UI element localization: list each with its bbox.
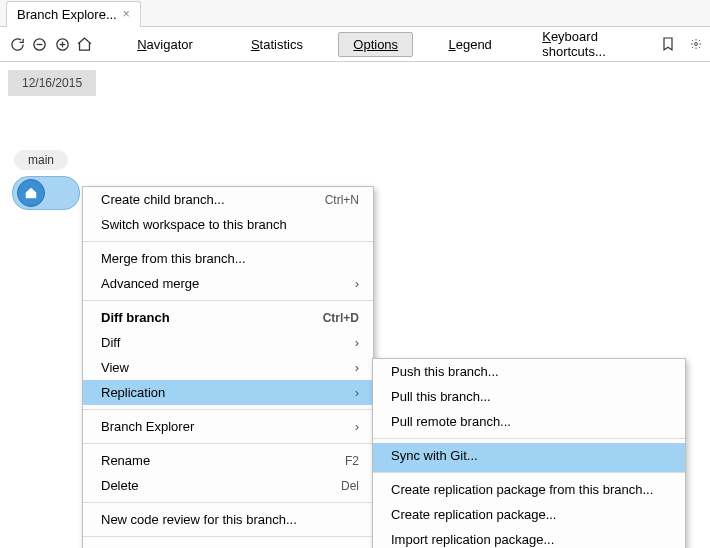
menu-view[interactable]: View › xyxy=(83,355,373,380)
menu-label: Pull this branch... xyxy=(391,389,491,404)
submenu-push-branch[interactable]: Push this branch... xyxy=(373,359,685,384)
menu-label: Create replication package... xyxy=(391,507,556,522)
menu-label: Sync with Git... xyxy=(391,448,478,463)
home-changeset-icon xyxy=(17,179,45,207)
submenu-sync-with-git[interactable]: Sync with Git... xyxy=(373,443,685,473)
menu-switch-workspace[interactable]: Switch workspace to this branch xyxy=(83,212,373,242)
submenu-create-pkg-from-branch[interactable]: Create replication package from this bra… xyxy=(373,477,685,502)
submenu-create-pkg[interactable]: Create replication package... xyxy=(373,502,685,527)
menu-new-code-review[interactable]: New code review for this branch... xyxy=(83,507,373,537)
menu-diff-branch[interactable]: Diff branch Ctrl+D xyxy=(83,305,373,330)
chevron-right-icon: › xyxy=(355,360,359,375)
menu-shortcut: Del xyxy=(341,479,359,493)
menu-label: Merge from this branch... xyxy=(101,251,246,266)
menu-shortcut: Ctrl+N xyxy=(325,193,359,207)
svg-point-5 xyxy=(695,43,698,46)
menu-label: Diff branch xyxy=(101,310,170,325)
menu-label: Create replication package from this bra… xyxy=(391,482,653,497)
menu-label: Diff xyxy=(101,335,120,350)
options-label: Options xyxy=(353,37,398,52)
canvas: 12/16/2015 main Create child branch... C… xyxy=(0,62,710,104)
chevron-right-icon: › xyxy=(355,419,359,434)
close-icon[interactable]: × xyxy=(123,7,130,21)
statistics-button[interactable]: Statistics xyxy=(236,32,318,57)
legend-label: egend xyxy=(456,37,492,52)
menu-replication[interactable]: Replication › xyxy=(83,380,373,405)
menu-branch-explorer[interactable]: Branch Explorer › xyxy=(83,409,373,444)
tab-branch-explorer[interactable]: Branch Explore... × xyxy=(6,1,141,27)
legend-button[interactable]: Legend xyxy=(433,32,506,57)
menu-label: Rename xyxy=(101,453,150,468)
menu-shortcut: F2 xyxy=(345,454,359,468)
submenu-pull-remote-branch[interactable]: Pull remote branch... xyxy=(373,409,685,439)
branch-node-main[interactable] xyxy=(12,176,80,210)
menu-diff[interactable]: Diff › xyxy=(83,330,373,355)
refresh-icon[interactable] xyxy=(8,32,27,56)
date-header: 12/16/2015 xyxy=(8,70,96,96)
menu-shortcut: Ctrl+D xyxy=(323,311,359,325)
menu-label: Advanced merge xyxy=(101,276,199,291)
menu-label: Replication xyxy=(101,385,165,400)
chevron-right-icon: › xyxy=(355,335,359,350)
bookmark-icon[interactable] xyxy=(656,32,680,56)
menu-label: Switch workspace to this branch xyxy=(101,217,287,232)
menu-delete[interactable]: Delete Del xyxy=(83,473,373,503)
context-menu: Create child branch... Ctrl+N Switch wor… xyxy=(82,186,374,548)
menu-label: View xyxy=(101,360,129,375)
zoom-in-icon[interactable] xyxy=(53,32,72,56)
keyboard-label: eyboard shortcuts... xyxy=(542,29,606,59)
home-icon[interactable] xyxy=(76,32,95,56)
navigator-label: avigator xyxy=(147,37,193,52)
menu-rename[interactable]: Rename F2 xyxy=(83,448,373,473)
menu-label: Create child branch... xyxy=(101,192,225,207)
menu-advanced-merge[interactable]: Advanced merge › xyxy=(83,271,373,301)
zoom-out-icon[interactable] xyxy=(31,32,50,56)
branch-name-chip[interactable]: main xyxy=(14,150,68,170)
menu-merge-from[interactable]: Merge from this branch... xyxy=(83,246,373,271)
menu-create-child-branch[interactable]: Create child branch... Ctrl+N xyxy=(83,187,373,212)
tab-bar: Branch Explore... × xyxy=(0,0,710,27)
replication-submenu: Push this branch... Pull this branch... … xyxy=(372,358,686,548)
tab-title: Branch Explore... xyxy=(17,7,117,22)
options-button[interactable]: Options xyxy=(338,32,413,57)
statistics-label: tatistics xyxy=(260,37,303,52)
menu-create-top-level-branch[interactable]: Create top-level branch... xyxy=(83,541,373,548)
menu-label: Push this branch... xyxy=(391,364,499,379)
menu-label: Import replication package... xyxy=(391,532,554,547)
settings-icon[interactable] xyxy=(690,32,702,56)
menu-label: Delete xyxy=(101,478,139,493)
submenu-import-pkg[interactable]: Import replication package... xyxy=(373,527,685,548)
toolbar: Navigator Statistics Options Legend Keyb… xyxy=(0,27,710,62)
chevron-right-icon: › xyxy=(355,276,359,291)
chevron-right-icon: › xyxy=(355,385,359,400)
keyboard-shortcuts-button[interactable]: Keyboard shortcuts... xyxy=(527,24,652,64)
menu-label: New code review for this branch... xyxy=(101,512,297,527)
navigator-button[interactable]: Navigator xyxy=(122,32,208,57)
menu-label: Pull remote branch... xyxy=(391,414,511,429)
submenu-pull-branch[interactable]: Pull this branch... xyxy=(373,384,685,409)
menu-label: Branch Explorer xyxy=(101,419,194,434)
